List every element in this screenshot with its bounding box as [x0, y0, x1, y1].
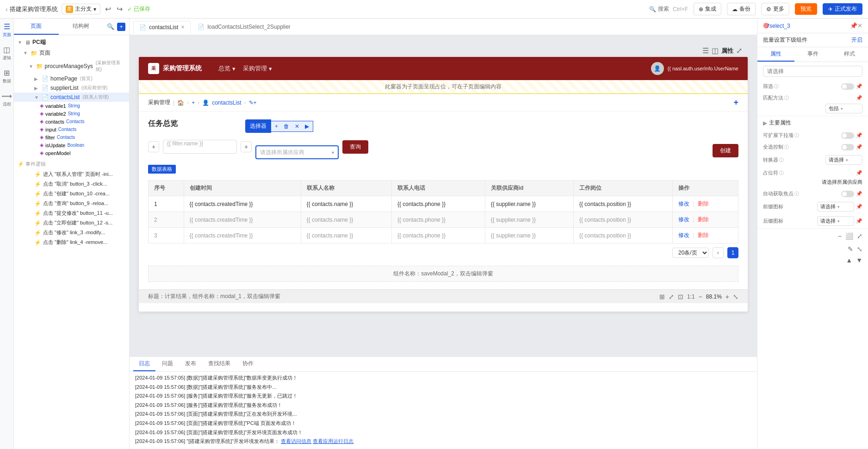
expandable-toggle[interactable] [841, 132, 854, 139]
prop-filter-pin[interactable]: 📌 [856, 83, 862, 89]
tree-item-supplierlist[interactable]: ▶ 📄 supplierList (供应商管理) [14, 83, 129, 93]
fit2-icon[interactable]: ⊡ [678, 293, 683, 300]
selector-add-btn[interactable]: + [273, 122, 280, 131]
tab-contactslist[interactable]: 📄 contactsList ✕ [133, 21, 191, 33]
canvas-menu-icon[interactable]: ☰ [702, 46, 709, 55]
rp-edit-icon[interactable]: ✎ [848, 245, 853, 253]
tab-structure[interactable]: 结构树 [59, 19, 104, 35]
log-link-access[interactable]: 查看访问信息 [281, 438, 311, 444]
variable-input[interactable]: ◈ input Contacts [14, 125, 129, 133]
log-tab-search[interactable]: 查找结果 [203, 357, 236, 371]
more-button[interactable]: ⚙ 更多 [761, 3, 789, 15]
back-arrow[interactable]: ‹ [6, 6, 8, 13]
copy-icon[interactable]: ⊞ [659, 293, 665, 300]
rp-expand2-icon[interactable]: ⤡ [857, 245, 862, 253]
query-button[interactable]: 查询 [342, 140, 368, 154]
match-method-select[interactable]: 包括 ▾ [825, 104, 862, 113]
log-tab-issue[interactable]: 问题 [156, 357, 179, 371]
sidebar-strip-data[interactable]: ⊞ 数据 [3, 69, 11, 84]
sidebar-strip-flow[interactable]: ⟿ 流程 [1, 92, 12, 107]
prefix-icon-select[interactable]: 请选择 ▾ [817, 202, 854, 212]
tree-search-icon[interactable]: 🔍 [107, 23, 114, 30]
prop-placeholder-pin[interactable]: 📌 [856, 170, 862, 176]
event-item-1[interactable]: ⚡ 点击 "取消" button_3 -click... [14, 179, 129, 189]
page-size-select[interactable]: 20条/页 [672, 248, 709, 258]
undo-button[interactable]: ↩ [104, 4, 112, 14]
panel-close-icon[interactable]: ✕ [857, 22, 862, 29]
prop-tab-attrs[interactable]: 属性 [757, 47, 794, 62]
rp-down-icon[interactable]: ▼ [856, 256, 862, 264]
variable-openmodel[interactable]: ◈ openModel [14, 149, 129, 157]
delete-link-0[interactable]: 删除 [698, 200, 709, 207]
prop-tab-style[interactable]: 样式 [831, 47, 868, 62]
prop-selectall-pin[interactable]: 📌 [856, 144, 862, 150]
canvas-expand-icon[interactable]: ⤢ [736, 46, 742, 55]
redo-button[interactable]: ↪ [116, 4, 124, 14]
zoom-plus-btn[interactable]: + [725, 293, 729, 300]
tab-loadcontacts[interactable]: 📄 loadContactsListSelect_2Supplier [192, 20, 296, 33]
filter-add-btn[interactable]: + [148, 141, 159, 152]
search-button[interactable]: 🔍 搜索 Ctrl+F [649, 5, 688, 13]
event-item-5[interactable]: ⚡ 点击 "立即创建" button_12 -s... [14, 218, 129, 228]
suffix-icon-select[interactable]: 请选择 ▾ [817, 216, 854, 226]
prop-expandable-pin[interactable]: 📌 [856, 132, 862, 138]
selectall-toggle[interactable] [841, 144, 854, 150]
modify-link-0[interactable]: 修改 [678, 200, 689, 207]
event-item-0[interactable]: ⚡ 进入 "联系人管理" 页面时 -ini... [14, 169, 129, 179]
prop-tab-events[interactable]: 事件 [794, 47, 831, 62]
prop-match-pin[interactable]: 📌 [856, 95, 862, 101]
converter-select[interactable]: 请选择 ▾ [825, 155, 862, 165]
backup-button[interactable]: ☁ 备份 [727, 3, 756, 15]
variable-isupdate[interactable]: ◈ isUpdate Boolean [14, 141, 129, 149]
variable-variable1[interactable]: ◈ variable1 String [14, 102, 129, 110]
rp-up-icon[interactable]: ▲ [846, 256, 852, 264]
selector-label-btn[interactable]: 选择器 [245, 119, 271, 133]
integrate-button[interactable]: ⊕ 集成 [694, 3, 721, 15]
variable-contacts[interactable]: ◈ contacts Contacts [14, 118, 129, 125]
tree-item-contactslist[interactable]: ▼ 📄 contactsList (联系人管理) [14, 93, 129, 102]
log-link-runtime[interactable]: 查看应用运行日志 [313, 438, 353, 444]
tree-item-pc[interactable]: ▼ 🖥 PC端 [14, 37, 129, 48]
variable-variable2[interactable]: ◈ variable2 String [14, 110, 129, 118]
panel-pin-icon[interactable]: 📌 [850, 22, 857, 29]
expand2-icon[interactable]: ⤢ [669, 293, 674, 300]
modify-link-1[interactable]: 修改 [678, 216, 689, 223]
prefix-pin[interactable]: 📌 [856, 204, 862, 210]
branch-selector[interactable]: 主 主分支 ▾ [62, 4, 100, 14]
rp-minus-icon[interactable]: − [838, 232, 842, 240]
rp-fullscreen-icon[interactable]: ⤢ [857, 232, 862, 240]
selector-close-btn[interactable]: ✕ [293, 122, 301, 131]
canvas-attr-icon[interactable]: 属性 [721, 47, 733, 55]
supplier-add-btn[interactable]: + [241, 141, 252, 152]
prop-autofocus-pin[interactable]: 📌 [856, 191, 862, 197]
selector-play-btn[interactable]: ▶ [303, 122, 311, 131]
selector-trash-icon[interactable]: 🗑 [282, 122, 291, 131]
filter-name-input[interactable]: {{ filter.name }} [163, 140, 237, 154]
event-item-3[interactable]: ⚡ 点击 "查询" button_9 -reloa... [14, 199, 129, 208]
event-item-4[interactable]: ⚡ 点击 "提交修改" button_11 -u... [14, 208, 129, 218]
current-page-btn[interactable]: 1 [727, 247, 738, 258]
delete-link-1[interactable]: 删除 [698, 216, 709, 223]
tree-item-pages[interactable]: ▼ 📁 页面 [14, 48, 129, 58]
log-tab-publish[interactable]: 发布 [180, 357, 202, 371]
supplier-select[interactable]: 请选择所属供应商 ▾ [255, 145, 339, 159]
sidebar-strip-logic[interactable]: ◫ 逻辑 [3, 45, 11, 61]
tab-contacts-close[interactable]: ✕ [181, 25, 185, 30]
suffix-pin[interactable]: 📌 [856, 218, 862, 224]
create-button[interactable]: 创建 [713, 144, 738, 157]
modify-link-2[interactable]: 修改 [678, 232, 689, 238]
tree-item-homepage[interactable]: ▶ 📄 homePage (首页) [14, 74, 129, 83]
sidebar-strip-page[interactable]: ☰ 页面 [3, 22, 11, 38]
event-item-2[interactable]: ⚡ 点击 "创建" button_10 -crea... [14, 189, 129, 199]
canvas-component-icon[interactable]: ◫ [712, 46, 719, 55]
rp-expand-icon[interactable]: ⬜ [845, 232, 853, 240]
prop-search-input[interactable] [763, 66, 862, 77]
zoom-minus-btn[interactable]: − [699, 293, 702, 300]
tree-add-icon[interactable]: + [117, 23, 125, 31]
batch-config-open[interactable]: 开启 [851, 36, 862, 44]
tree-item-procure[interactable]: ▼ 📁 procureManageSys (采购管理系统) [14, 58, 129, 74]
canvas-add-btn[interactable]: + [733, 98, 738, 107]
filter-toggle[interactable] [841, 83, 854, 90]
publish-button[interactable]: ✈ 正式发布 [823, 3, 862, 15]
nav-purchase[interactable]: 采购管理 ▾ [243, 64, 272, 73]
